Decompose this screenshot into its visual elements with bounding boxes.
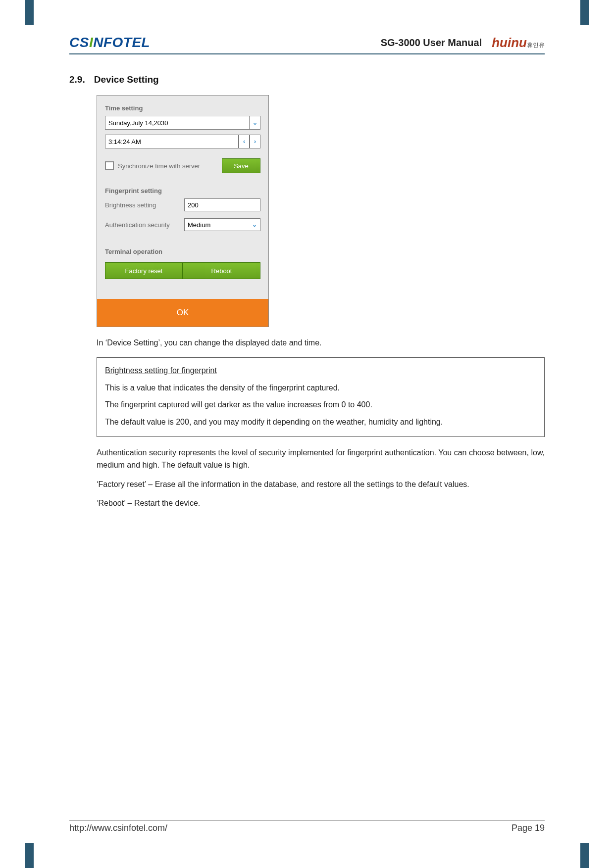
logo-huinu: huinu휴인유 — [492, 35, 545, 50]
sync-checkbox-row[interactable]: Synchronize time with server — [105, 161, 200, 170]
brightness-input[interactable]: 200 — [184, 198, 260, 211]
chevron-down-icon: ⌄ — [252, 221, 257, 228]
paragraph: ‘Reboot’ – Restart the device. — [97, 497, 545, 510]
manual-title: SG-3000 User Manual — [381, 37, 482, 48]
page-content: CSINFOTEL SG-3000 User Manual huinu휴인유 2… — [69, 35, 545, 833]
brightness-row: Brightness setting 200 — [105, 198, 260, 211]
info-box-title: Brightness setting for fingerprint — [105, 365, 217, 377]
page-ornament — [580, 843, 589, 868]
footer: http://www.csinfotel.com/ Page 19 — [69, 820, 545, 833]
date-input[interactable]: Sunday,July 14,2030 — [105, 116, 250, 130]
logo-text: NFOTEL — [93, 35, 150, 50]
paragraph: The default value is 200, and you may mo… — [105, 416, 536, 429]
chevron-right-icon: › — [254, 138, 256, 145]
paragraph: ‘Factory reset’ – Erase all the informat… — [97, 479, 545, 491]
terminal-buttons: Factory reset Reboot — [105, 262, 260, 279]
fingerprint-setting-title: Fingerprint setting — [105, 187, 260, 194]
page-ornament — [580, 0, 589, 25]
page-ornament — [25, 0, 34, 25]
body-text: In ‘Device Setting’, you can change the … — [97, 337, 545, 510]
chevron-down-icon: ⌄ — [253, 119, 257, 126]
sync-checkbox[interactable] — [105, 161, 114, 170]
save-button[interactable]: Save — [222, 158, 260, 173]
chevron-left-icon: ‹ — [243, 138, 245, 145]
paragraph: Authentication security represents the l… — [97, 447, 545, 472]
page-ornament — [25, 843, 34, 868]
sync-label: Synchronize time with server — [118, 162, 200, 170]
time-setting-title: Time setting — [105, 104, 260, 112]
footer-url: http://www.csinfotel.com/ — [69, 823, 167, 833]
device-setting-figure: Time setting Sunday,July 14,2030 ⌄ 3:14:… — [97, 95, 269, 327]
header-right: SG-3000 User Manual huinu휴인유 — [381, 35, 545, 50]
section-number: 2.9. — [69, 74, 85, 85]
footer-page: Page 19 — [512, 823, 545, 833]
time-increment-button[interactable]: › — [250, 135, 260, 148]
section-heading: 2.9. Device Setting — [69, 74, 545, 85]
logo-text: I — [89, 35, 93, 50]
auth-security-label: Authentication security — [105, 221, 184, 229]
section-title: Device Setting — [94, 74, 159, 85]
ok-button[interactable]: OK — [97, 299, 268, 327]
time-decrement-button[interactable]: ‹ — [239, 135, 250, 148]
info-box: Brightness setting for fingerprint This … — [97, 357, 545, 437]
paragraph: This is a value that indicates the densi… — [105, 382, 536, 394]
logo-text: CS — [69, 35, 89, 50]
brightness-label: Brightness setting — [105, 201, 184, 209]
paragraph: In ‘Device Setting’, you can change the … — [97, 337, 545, 349]
time-input[interactable]: 3:14:24 AM — [105, 135, 239, 148]
time-spinner: ‹ › — [239, 135, 260, 148]
auth-security-value: Medium — [188, 221, 252, 229]
auth-security-select[interactable]: Medium ⌄ — [184, 218, 260, 231]
reboot-button[interactable]: Reboot — [183, 262, 260, 279]
date-field-row: Sunday,July 14,2030 ⌄ — [105, 116, 260, 130]
header: CSINFOTEL SG-3000 User Manual huinu휴인유 — [69, 35, 545, 54]
auth-security-row: Authentication security Medium ⌄ — [105, 218, 260, 231]
terminal-operation-title: Terminal operation — [105, 248, 260, 255]
sync-row: Synchronize time with server Save — [105, 158, 260, 173]
logo-text: huinu — [492, 35, 527, 50]
logo-csinfotel: CSINFOTEL — [69, 35, 150, 50]
logo-text: 휴인유 — [527, 42, 545, 48]
time-field-row: 3:14:24 AM ‹ › — [105, 135, 260, 148]
factory-reset-button[interactable]: Factory reset — [105, 262, 183, 279]
date-dropdown-button[interactable]: ⌄ — [250, 116, 260, 130]
paragraph: The fingerprint captured will get darker… — [105, 399, 536, 411]
